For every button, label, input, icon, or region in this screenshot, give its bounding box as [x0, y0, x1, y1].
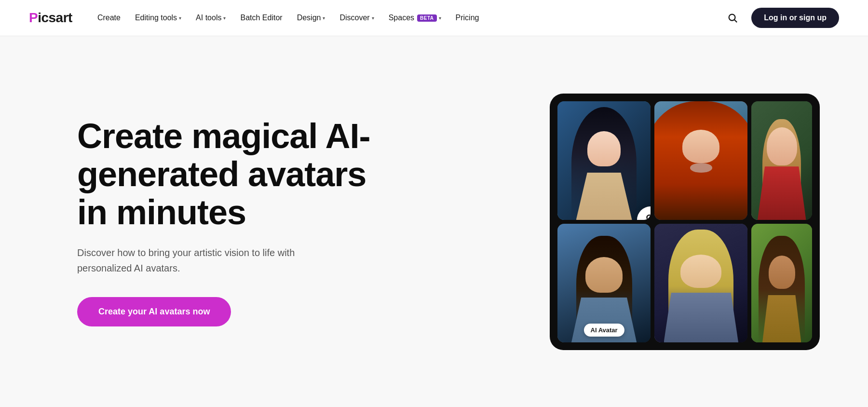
logo-p: P	[29, 10, 38, 25]
nav-item-create[interactable]: Create	[92, 10, 126, 26]
logo[interactable]: Picsart	[29, 10, 72, 26]
search-icon	[727, 13, 738, 23]
hero-section: Create magical AI-generated avatars in m…	[0, 36, 868, 407]
ai-tools-chevron-icon: ▾	[223, 15, 226, 21]
avatar-cell-1	[557, 101, 651, 220]
avatar-collage: AI Avatar	[550, 94, 820, 350]
nav-links: Create Editing tools ▾ AI tools ▾ Batch …	[92, 10, 485, 26]
ai-avatar-label: AI Avatar	[584, 324, 624, 337]
navbar-right: Log in or sign up	[723, 8, 839, 28]
hero-text: Create magical AI-generated avatars in m…	[77, 117, 405, 327]
nav-item-discover[interactable]: Discover ▾	[334, 10, 380, 26]
logo-icsart: icsart	[38, 10, 72, 25]
nav-item-batch-editor[interactable]: Batch Editor	[234, 10, 288, 26]
cta-button[interactable]: Create your AI avatars now	[77, 297, 231, 326]
nav-item-design[interactable]: Design ▾	[291, 10, 331, 26]
navbar: Picsart Create Editing tools ▾ AI tools …	[0, 0, 868, 36]
hero-subtext: Discover how to bring your artistic visi…	[77, 245, 347, 276]
design-chevron-icon: ▾	[323, 15, 325, 21]
avatar-cell-2	[654, 101, 747, 220]
login-button[interactable]: Log in or sign up	[751, 8, 839, 28]
svg-point-0	[729, 14, 735, 21]
spaces-beta-badge: BETA	[417, 14, 436, 22]
navbar-left: Picsart Create Editing tools ▾ AI tools …	[29, 10, 485, 26]
discover-chevron-icon: ▾	[372, 15, 374, 21]
nav-item-editing-tools[interactable]: Editing tools ▾	[129, 10, 187, 26]
avatar-cell-3	[751, 101, 812, 220]
hero-heading: Create magical AI-generated avatars in m…	[77, 117, 405, 232]
person-add-icon	[643, 213, 651, 220]
avatar-cell-6	[751, 224, 812, 342]
nav-item-ai-tools[interactable]: AI tools ▾	[190, 10, 231, 26]
avatar-cell-4: AI Avatar	[557, 224, 651, 342]
search-button[interactable]	[723, 9, 742, 27]
avatar-cell-5	[654, 224, 747, 342]
spaces-chevron-icon: ▾	[439, 15, 441, 21]
nav-item-pricing[interactable]: Pricing	[450, 10, 485, 26]
nav-item-spaces[interactable]: Spaces BETA ▾	[383, 10, 447, 26]
svg-line-1	[734, 20, 737, 22]
editing-tools-chevron-icon: ▾	[179, 15, 181, 21]
avatar-grid: AI Avatar	[557, 101, 812, 342]
hero-image: AI Avatar	[550, 94, 820, 350]
svg-point-2	[647, 215, 651, 220]
